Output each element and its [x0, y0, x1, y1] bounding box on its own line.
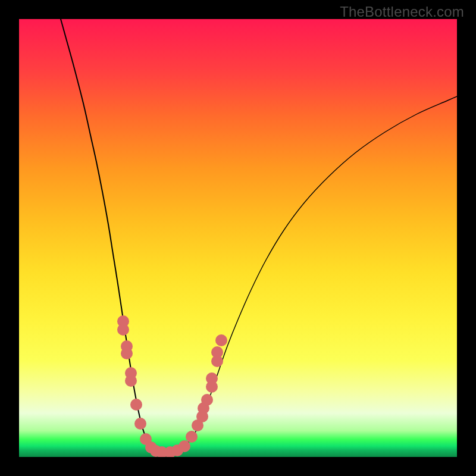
data-marker: [125, 375, 137, 387]
data-marker: [121, 347, 133, 359]
data-marker: [134, 418, 146, 430]
data-marker: [215, 334, 227, 346]
outer-frame: TheBottleneck.com: [0, 0, 476, 476]
data-marker: [186, 431, 198, 443]
plot-area: [19, 19, 457, 457]
curve-left-branch: [61, 19, 164, 452]
data-marker: [117, 324, 129, 336]
chart-svg: [19, 19, 457, 457]
data-marker: [211, 346, 223, 358]
data-marker: [206, 372, 218, 384]
data-marker: [201, 394, 213, 406]
data-marker: [130, 399, 142, 411]
data-marker: [178, 440, 190, 452]
watermark-text: TheBottleneck.com: [340, 4, 464, 20]
